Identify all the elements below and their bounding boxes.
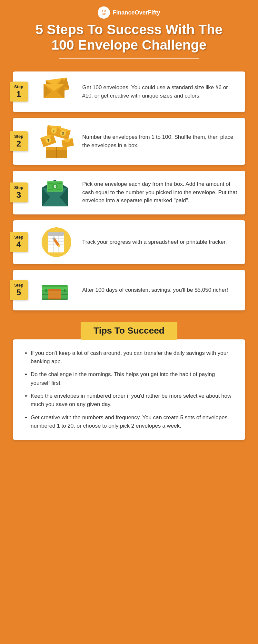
step-4-word: Step bbox=[14, 234, 24, 240]
tips-title: Tips To Succeed bbox=[94, 326, 164, 336]
step-2-num: 2 bbox=[14, 139, 24, 149]
tip-item-3: Keep the envelopes in numbered order if … bbox=[31, 392, 234, 409]
step-5-badge: Step 5 bbox=[10, 280, 28, 300]
tips-list: If you don't keep a lot of cash around, … bbox=[24, 349, 234, 431]
logo-container: FO 50 FinanceOverFifty bbox=[13, 6, 245, 19]
step-3-card: Step 3 $ bbox=[13, 171, 245, 214]
step-2-text: Number the envelopes from 1 to 100. Shuf… bbox=[77, 133, 239, 149]
step-4-num: 4 bbox=[14, 240, 24, 250]
page-title: 5 Steps To Success With The 100 Envelope… bbox=[13, 22, 245, 53]
svg-text:$: $ bbox=[64, 289, 66, 292]
step-4-badge: Step 4 bbox=[10, 232, 28, 252]
step-1-icon bbox=[35, 77, 77, 106]
svg-text:$: $ bbox=[54, 184, 56, 189]
svg-rect-61 bbox=[42, 285, 68, 287]
step-5-icon: $ $ bbox=[35, 276, 77, 305]
step-5-word: Step bbox=[14, 282, 24, 288]
steps-container: Step 1 bbox=[0, 71, 258, 310]
tips-content: If you don't keep a lot of cash around, … bbox=[13, 339, 245, 440]
step-2-icon: 3 1 2 bbox=[35, 124, 77, 159]
step-4-text: Track your progress with a spreadsheet o… bbox=[77, 238, 239, 246]
brand-name: FinanceOverFifty bbox=[113, 9, 160, 16]
svg-rect-43 bbox=[48, 232, 64, 236]
step-3-text: Pick one envelope each day from the box.… bbox=[77, 180, 239, 205]
step-5-card: Step 5 bbox=[13, 270, 245, 310]
step-1-word: Step bbox=[14, 84, 24, 89]
step-3-icon: $ bbox=[35, 176, 77, 209]
step-4-card: Step 4 bbox=[13, 220, 245, 264]
step-1-num: 1 bbox=[14, 89, 24, 99]
step-2-word: Step bbox=[14, 134, 24, 139]
step-1-card: Step 1 bbox=[13, 71, 245, 112]
svg-rect-64 bbox=[48, 289, 61, 291]
logo-icon: FO 50 bbox=[98, 6, 110, 19]
step-5-text: After 100 days of consistent savings, yo… bbox=[77, 286, 239, 294]
svg-text:$: $ bbox=[45, 289, 47, 292]
step-4-icon bbox=[35, 226, 77, 258]
tip-item-2: Do the challenge in the mornings. This h… bbox=[31, 370, 234, 387]
step-5-num: 5 bbox=[14, 288, 24, 298]
step-3-badge: Step 3 bbox=[10, 182, 28, 203]
step-1-badge: Step 1 bbox=[10, 81, 28, 102]
step-2-badge: Step 2 bbox=[10, 131, 28, 151]
step-2-card: Step 2 3 bbox=[13, 118, 245, 165]
step-1-text: Get 100 envelopes. You could use a stand… bbox=[77, 83, 239, 100]
header: FO 50 FinanceOverFifty 5 Steps To Succes… bbox=[0, 0, 258, 71]
step-3-word: Step bbox=[14, 185, 24, 190]
tip-item-4: Get creative with the numbers and freque… bbox=[31, 413, 234, 431]
step-3-num: 3 bbox=[14, 190, 24, 200]
tips-section: Tips To Succeed If you don't keep a lot … bbox=[13, 322, 245, 440]
title-divider bbox=[59, 58, 199, 59]
svg-rect-65 bbox=[48, 298, 61, 299]
tip-item-1: If you don't keep a lot of cash around, … bbox=[31, 349, 234, 366]
tips-title-box: Tips To Succeed bbox=[81, 322, 177, 340]
tips-title-container: Tips To Succeed bbox=[13, 322, 245, 340]
